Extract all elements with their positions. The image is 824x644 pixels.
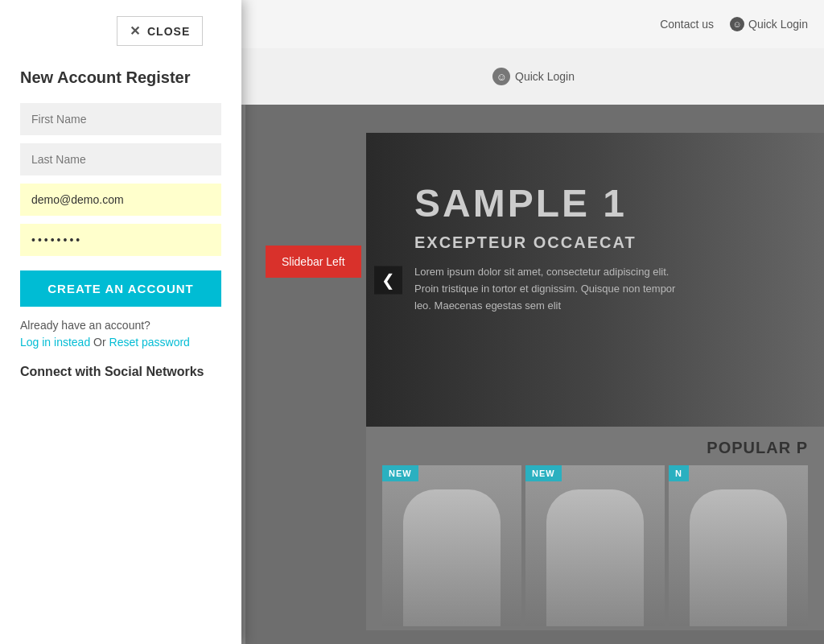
hero-subtitle: EXCEPTEUR OCCAECAT xyxy=(414,233,688,252)
close-icon: ✕ xyxy=(130,23,141,39)
slider-prev-button[interactable]: ❮ xyxy=(374,266,402,294)
hero-title: SAMPLE 1 xyxy=(414,181,688,225)
product-image-3 xyxy=(669,465,808,626)
create-account-button[interactable]: CREATE AN ACCOUNT xyxy=(20,270,221,307)
last-name-input[interactable] xyxy=(20,143,221,175)
log-in-instead-link[interactable]: Log in instead xyxy=(20,336,90,349)
social-networks-title: Connect with Social Networks xyxy=(20,365,221,379)
nav-quick-login[interactable]: ☺ Quick Login xyxy=(492,68,575,85)
reset-password-link[interactable]: Reset password xyxy=(109,336,190,349)
login-reset-row: Log in instead Or Reset password xyxy=(20,336,221,349)
account-icon-top: ☺ xyxy=(730,17,744,31)
product-image-1 xyxy=(382,465,521,626)
nav-login-label: Quick Login xyxy=(515,70,575,83)
hero-description: Lorem ipsum dolor sit amet, consectetur … xyxy=(414,264,688,314)
products-row: NEW NEW N xyxy=(382,465,808,626)
already-have-account-text: Already have an account? xyxy=(20,319,221,332)
slidebar-label: Slidebar Left xyxy=(282,255,345,268)
email-input[interactable] xyxy=(20,184,221,216)
new-badge-1: NEW xyxy=(382,465,418,481)
close-label: CLOSE xyxy=(147,25,190,38)
new-badge-3: N xyxy=(669,465,689,481)
top-login-label: Quick Login xyxy=(748,18,808,31)
close-button[interactable]: ✕ CLOSE xyxy=(117,16,203,46)
popular-products-section: POPULAR P NEW NEW N xyxy=(366,427,824,630)
product-card-3[interactable]: N xyxy=(669,465,808,626)
panel-title: New Account Register xyxy=(20,68,221,87)
create-account-label: CREATE AN ACCOUNT xyxy=(47,282,193,295)
password-input[interactable] xyxy=(20,224,221,256)
popular-title: POPULAR P xyxy=(382,439,808,457)
top-quick-login[interactable]: ☺ Quick Login xyxy=(730,17,808,31)
product-card-1[interactable]: NEW xyxy=(382,465,521,626)
slidebar-left-button[interactable]: Slidebar Left xyxy=(266,246,361,278)
new-badge-2: NEW xyxy=(525,465,562,481)
product-image-2 xyxy=(525,465,665,626)
or-separator: Or xyxy=(93,336,106,349)
hero-slider: ❮ SAMPLE 1 EXCEPTEUR OCCAECAT Lorem ipsu… xyxy=(366,133,824,427)
first-name-input[interactable] xyxy=(20,103,221,135)
registration-panel: ✕ CLOSE New Account Register CREATE AN A… xyxy=(0,0,241,644)
account-icon-nav: ☺ xyxy=(492,68,510,85)
contact-us-label: Contact us xyxy=(660,18,714,31)
hero-content: SAMPLE 1 EXCEPTEUR OCCAECAT Lorem ipsum … xyxy=(414,181,688,314)
product-card-2[interactable]: NEW xyxy=(525,465,665,626)
